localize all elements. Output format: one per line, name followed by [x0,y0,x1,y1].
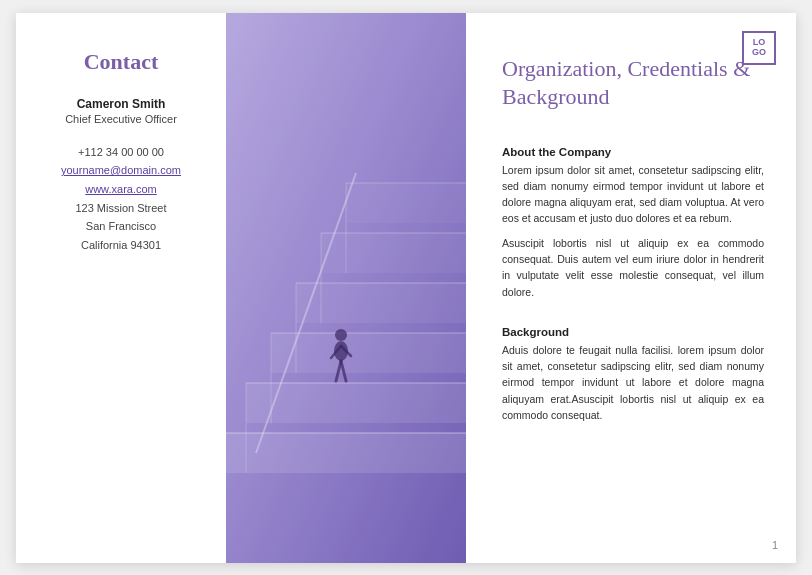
logo-text: LOGO [752,38,766,58]
about-section: About the Company Lorem ipsum dolor sit … [502,132,764,300]
image-panel [226,13,466,563]
svg-rect-24 [226,13,466,563]
address-line2: San Francisco [61,217,181,236]
main-heading: Organization, Credentials & Background [502,55,764,112]
address-line3: California 94301 [61,236,181,255]
logo-box: LOGO [742,31,776,65]
background-title: Background [502,326,764,338]
contact-title: Contact [84,49,159,75]
website-link[interactable]: www.xara.com [85,183,157,195]
contact-role: Chief Executive Officer [65,113,177,125]
about-paragraph-2: Asuscipit lobortis nisl ut aliquip ex ea… [502,235,764,300]
right-panel: LOGO Organization, Credentials & Backgro… [466,13,796,563]
website: www.xara.com [61,180,181,199]
page: Contact Cameron Smith Chief Executive Of… [16,13,796,563]
left-panel: Contact Cameron Smith Chief Executive Of… [16,13,226,563]
contact-details: +112 34 00 00 00 yourname@domain.com www… [61,143,181,255]
email: yourname@domain.com [61,161,181,180]
address-line1: 123 Mission Street [61,199,181,218]
email-link[interactable]: yourname@domain.com [61,164,181,176]
staircase-image [226,13,466,563]
phone: +112 34 00 00 00 [61,143,181,162]
about-paragraph-1: Lorem ipsum dolor sit amet, consetetur s… [502,162,764,227]
contact-name: Cameron Smith [77,97,166,111]
page-number: 1 [772,539,778,551]
background-section: Background Aduis dolore te feugait nulla… [502,312,764,423]
about-title: About the Company [502,146,764,158]
background-paragraph-1: Aduis dolore te feugait nulla facilisi. … [502,342,764,423]
